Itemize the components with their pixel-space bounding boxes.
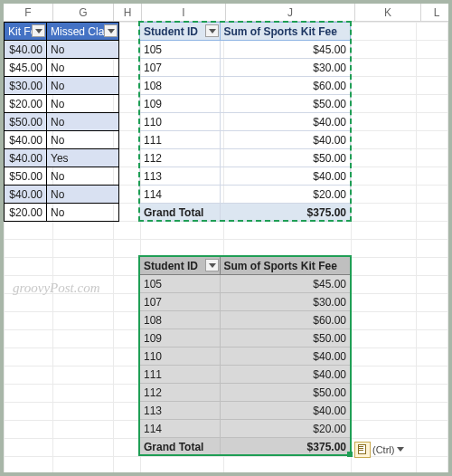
table-row[interactable]: $50.00No — [5, 113, 119, 131]
cell-student-id[interactable]: 105 — [140, 275, 221, 293]
cell-sum[interactable]: $45.00 — [220, 41, 351, 59]
cell-student-id[interactable]: 109 — [140, 329, 221, 347]
table-row[interactable]: 108$60.00 — [140, 77, 351, 95]
cell-kit-fee[interactable]: $50.00 — [5, 113, 47, 131]
grand-total-value[interactable]: $375.00 — [220, 204, 351, 222]
col-header-K[interactable]: K — [355, 4, 421, 22]
table-row[interactable]: 107$30.00 — [140, 293, 351, 311]
cell-sum[interactable]: $30.00 — [220, 293, 351, 311]
cell-student-id[interactable]: 107 — [140, 59, 221, 77]
cell-sum[interactable]: $40.00 — [220, 402, 351, 420]
cell-student-id[interactable]: 114 — [140, 186, 221, 204]
cell-sum[interactable]: $45.00 — [220, 275, 351, 293]
cell-kit-fee[interactable]: $30.00 — [5, 77, 47, 95]
cell-student-id[interactable]: 112 — [140, 149, 221, 167]
table-row[interactable]: 114$20.00 — [140, 186, 351, 204]
cell-missed[interactable]: No — [47, 113, 119, 131]
grand-total-row[interactable]: Grand Total$375.00 — [140, 204, 351, 222]
cell-kit-fee[interactable]: $40.00 — [5, 149, 47, 167]
cell-kit-fee[interactable]: $50.00 — [5, 167, 47, 186]
pasted-header-student-id[interactable]: Student ID — [140, 257, 221, 275]
cell-missed[interactable]: No — [47, 95, 119, 113]
table-row[interactable]: 112$50.00 — [140, 384, 351, 402]
table-row[interactable]: 114$20.00 — [140, 420, 351, 438]
cell-sum[interactable]: $60.00 — [220, 77, 351, 95]
cell-sum[interactable]: $20.00 — [220, 420, 351, 438]
table-row[interactable]: $40.00No — [5, 131, 119, 149]
table-row[interactable]: $40.00No — [5, 186, 119, 204]
col-header-H[interactable]: H — [114, 4, 142, 22]
paste-options-smart-tag[interactable]: (Ctrl) — [354, 442, 404, 458]
cell-missed[interactable]: No — [47, 77, 119, 95]
cell-missed[interactable]: No — [47, 41, 119, 59]
cell-sum[interactable]: $50.00 — [220, 149, 351, 167]
table-row[interactable]: 113$40.00 — [140, 402, 351, 420]
spreadsheet-viewport[interactable]: F G H I J K L Kit Fee Missed Class $40.0… — [0, 0, 452, 476]
cell-kit-fee[interactable]: $40.00 — [5, 41, 47, 59]
filter-dropdown-icon[interactable] — [104, 24, 118, 37]
cell-missed[interactable]: No — [47, 167, 119, 186]
table-row[interactable]: 112$50.00 — [140, 149, 351, 167]
col-header-F[interactable]: F — [4, 4, 53, 22]
table-row[interactable]: $20.00No — [5, 204, 119, 222]
table-row[interactable]: 108$60.00 — [140, 311, 351, 329]
chevron-down-icon[interactable] — [397, 446, 404, 453]
cell-kit-fee[interactable]: $45.00 — [5, 59, 47, 77]
cell-sum[interactable]: $40.00 — [220, 167, 351, 186]
cell-kit-fee[interactable]: $20.00 — [5, 95, 47, 113]
cell-sum[interactable]: $50.00 — [220, 95, 351, 113]
cell-sum[interactable]: $40.00 — [220, 366, 351, 384]
cell-student-id[interactable]: 114 — [140, 420, 221, 438]
table-row[interactable]: 109$50.00 — [140, 329, 351, 347]
table-row[interactable]: 105$45.00 — [140, 275, 351, 293]
cell-missed[interactable]: No — [47, 186, 119, 204]
header-missed-class[interactable]: Missed Class — [47, 23, 119, 41]
cell-student-id[interactable]: 113 — [140, 402, 221, 420]
table-row[interactable]: 113$40.00 — [140, 167, 351, 186]
cell-student-id[interactable]: 113 — [140, 167, 221, 186]
filter-dropdown-icon[interactable] — [205, 24, 219, 37]
cell-sum[interactable]: $40.00 — [220, 113, 351, 131]
col-header-G[interactable]: G — [53, 4, 114, 22]
col-header-I[interactable]: I — [142, 4, 226, 22]
table-row[interactable]: $20.00No — [5, 95, 119, 113]
cell-kit-fee[interactable]: $40.00 — [5, 186, 47, 204]
pivot-header-student-id[interactable]: Student ID — [140, 23, 221, 41]
cell-student-id[interactable]: 112 — [140, 384, 221, 402]
cell-student-id[interactable]: 108 — [140, 77, 221, 95]
cell-kit-fee[interactable]: $40.00 — [5, 131, 47, 149]
table-row[interactable]: 110$40.00 — [140, 113, 351, 131]
cell-kit-fee[interactable]: $20.00 — [5, 204, 47, 222]
cell-student-id[interactable]: 107 — [140, 293, 221, 311]
col-header-L[interactable]: L — [421, 4, 452, 22]
pivot-header-sum[interactable]: Sum of Sports Kit Fee — [220, 23, 351, 41]
table-row[interactable]: $50.00No — [5, 167, 119, 186]
data-table-kit-fee[interactable]: Kit Fee Missed Class $40.00No$45.00No$30… — [4, 22, 112, 222]
cell-sum[interactable]: $50.00 — [220, 384, 351, 402]
grand-total-label[interactable]: Grand Total — [140, 204, 221, 222]
table-row[interactable]: 109$50.00 — [140, 95, 351, 113]
cell-student-id[interactable]: 110 — [140, 347, 221, 366]
table-row[interactable]: 105$45.00 — [140, 41, 351, 59]
grand-total-label[interactable]: Grand Total — [140, 438, 221, 456]
table-row[interactable]: $30.00No — [5, 77, 119, 95]
cell-student-id[interactable]: 110 — [140, 113, 221, 131]
cell-missed[interactable]: No — [47, 204, 119, 222]
cell-sum[interactable]: $30.00 — [220, 59, 351, 77]
table-row[interactable]: $45.00No — [5, 59, 119, 77]
cell-student-id[interactable]: 105 — [140, 41, 221, 59]
table-row[interactable]: $40.00No — [5, 41, 119, 59]
table-row[interactable]: 107$30.00 — [140, 59, 351, 77]
pivot-table[interactable]: Student ID Sum of Sports Kit Fee 105$45.… — [139, 22, 351, 222]
filter-dropdown-icon[interactable] — [32, 24, 45, 37]
cell-missed[interactable]: No — [47, 131, 119, 149]
cell-student-id[interactable]: 111 — [140, 131, 221, 149]
cell-student-id[interactable]: 108 — [140, 311, 221, 329]
col-header-J[interactable]: J — [226, 4, 355, 22]
table-row[interactable]: $40.00Yes — [5, 149, 119, 167]
table-row[interactable]: 111$40.00 — [140, 131, 351, 149]
filter-dropdown-icon[interactable] — [205, 259, 219, 271]
cell-sum[interactable]: $40.00 — [220, 131, 351, 149]
cell-student-id[interactable]: 111 — [140, 366, 221, 384]
pasted-table[interactable]: Student ID Sum of Sports Kit Fee 105$45.… — [139, 256, 351, 456]
